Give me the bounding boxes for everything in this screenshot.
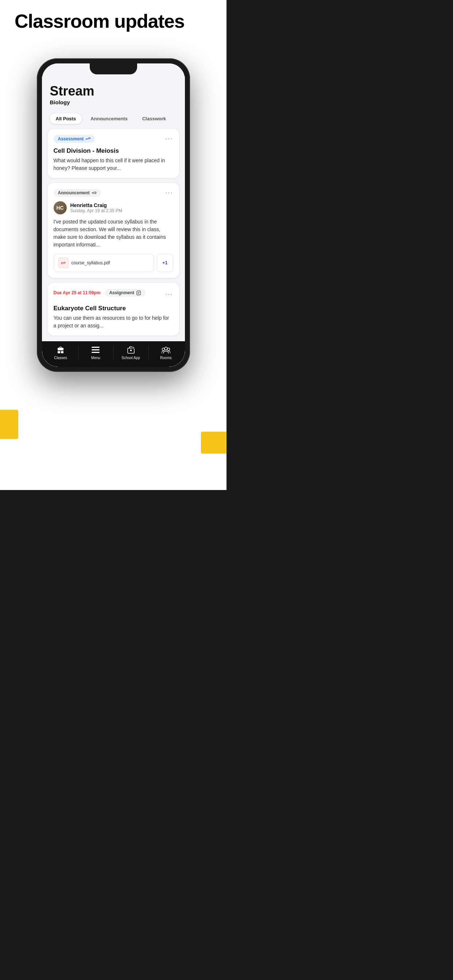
assessment-icon — [85, 137, 91, 141]
svg-rect-1 — [57, 351, 60, 353]
screen-content: Stream Biology All Posts Announcements C… — [42, 64, 185, 367]
svg-rect-5 — [91, 349, 100, 350]
card-top-row-2: Announcement ··· — [54, 189, 173, 197]
more-options-button-3[interactable]: ··· — [165, 291, 173, 298]
bottom-tab-bar: Classes Menu — [42, 341, 185, 367]
due-date: Due Apr 25 at 11:59pm — [54, 290, 100, 295]
rooms-label: Rooms — [160, 356, 172, 360]
more-options-button-2[interactable]: ··· — [165, 189, 173, 197]
tab-announcements[interactable]: Announcements — [85, 113, 134, 124]
avatar: HC — [54, 201, 67, 215]
pdf-icon: pdf — [58, 258, 69, 268]
classes-icon — [55, 345, 66, 355]
stream-header: Stream Biology — [42, 76, 185, 110]
pdf-attachment[interactable]: pdf course_syllabus.pdf — [54, 254, 154, 272]
assignment-icon — [136, 290, 141, 295]
phone-mockup: Stream Biology All Posts Announcements C… — [37, 58, 190, 372]
svg-rect-6 — [91, 352, 100, 353]
svg-rect-3 — [57, 348, 64, 350]
card-body: What would happen to this cell if it wer… — [54, 157, 173, 172]
due-row: Due Apr 25 at 11:59pm Assignment — [54, 289, 146, 297]
card-title: Cell Division - Meiosis — [54, 147, 173, 154]
screen-scroll: Stream Biology All Posts Announcements C… — [42, 76, 185, 341]
author-info: Henrietta Craig Sunday, Apr 19 at 2:35 P… — [70, 202, 123, 213]
svg-point-11 — [164, 347, 167, 350]
tab-classes[interactable]: Classes — [43, 345, 78, 360]
tab-classwork[interactable]: Classwork — [136, 113, 172, 124]
classes-label: Classes — [54, 356, 67, 360]
svg-point-12 — [167, 348, 170, 350]
stream-title: Stream — [50, 84, 177, 99]
school-app-icon — [125, 345, 137, 355]
card-body-2: I've posted the updated course syllabus … — [54, 218, 173, 249]
tabs-row: All Posts Announcements Classwork — [42, 110, 185, 129]
author-date: Sunday, Apr 19 at 2:35 PM — [70, 208, 123, 213]
tab-all-posts[interactable]: All Posts — [50, 113, 82, 124]
menu-icon — [90, 345, 101, 355]
author-row: HC Henrietta Craig Sunday, Apr 19 at 2:3… — [54, 201, 173, 215]
yellow-accent-right — [201, 432, 226, 453]
svg-point-9 — [132, 346, 134, 349]
page-title: Classroom updates — [14, 11, 212, 32]
badge-assignment: Assignment — [105, 289, 145, 297]
card-title-3: Eukaryote Cell Structure — [54, 305, 173, 312]
card-body-3: You can use them as resources to go to f… — [54, 314, 173, 329]
badge-assessment: Assessment — [54, 135, 95, 143]
pdf-name: course_syllabus.pdf — [72, 260, 110, 266]
svg-rect-2 — [61, 351, 64, 353]
phone-notch — [90, 64, 137, 75]
yellow-accent-left — [0, 410, 18, 439]
attachment-row: pdf course_syllabus.pdf +1 — [54, 254, 173, 272]
header-section: Classroom updates — [14, 11, 212, 32]
svg-rect-4 — [91, 347, 100, 348]
card-assessment[interactable]: Assessment ··· Cell Division - Meiosis W… — [48, 129, 179, 178]
badge-announcement: Announcement — [54, 189, 101, 197]
card-top-row: Assessment ··· — [54, 135, 173, 143]
plus-badge[interactable]: +1 — [157, 254, 173, 272]
tab-menu[interactable]: Menu — [78, 345, 113, 360]
announcement-icon — [91, 190, 97, 195]
card-announcement[interactable]: Announcement ··· HC He — [48, 183, 179, 278]
card-top-row-3: Due Apr 25 at 11:59pm Assignment ··· — [54, 289, 173, 301]
rooms-icon — [160, 345, 172, 355]
more-options-button[interactable]: ··· — [165, 135, 173, 143]
tab-rooms[interactable]: Rooms — [148, 345, 183, 360]
tab-school-app[interactable]: School App — [113, 345, 148, 360]
phone-screen: Stream Biology All Posts Announcements C… — [42, 64, 185, 367]
menu-label: Menu — [91, 356, 100, 360]
school-app-label: School App — [121, 356, 140, 360]
stream-subtitle: Biology — [50, 99, 177, 105]
card-assignment[interactable]: Due Apr 25 at 11:59pm Assignment ··· — [48, 283, 179, 336]
svg-rect-8 — [130, 350, 132, 351]
author-name: Henrietta Craig — [70, 202, 123, 208]
